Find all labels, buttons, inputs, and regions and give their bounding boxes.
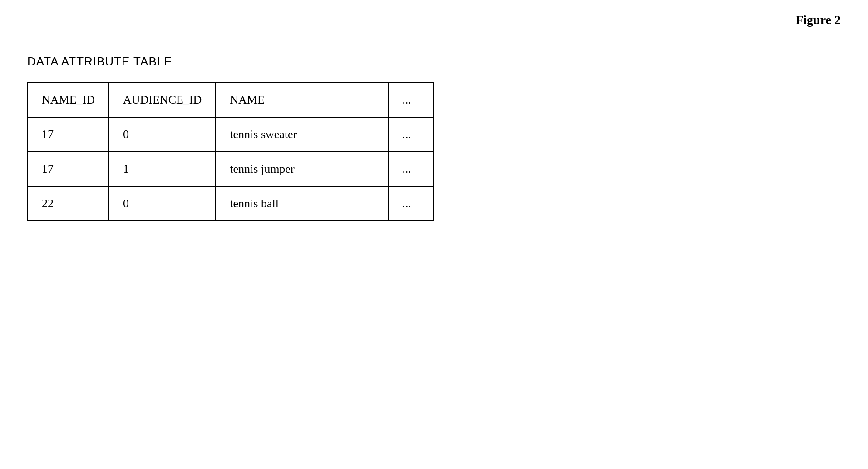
- cell-name-1: tennis jumper: [216, 152, 388, 186]
- cell-audience-id-2: 0: [109, 186, 216, 221]
- cell-name-2: tennis ball: [216, 186, 388, 221]
- table-header-row: NAME_ID AUDIENCE_ID NAME ...: [28, 83, 434, 117]
- table-row: 220tennis ball...: [28, 186, 434, 221]
- cell-name-0: tennis sweater: [216, 117, 388, 152]
- cell-audience-id-1: 1: [109, 152, 216, 186]
- data-attribute-table: NAME_ID AUDIENCE_ID NAME ... 170tennis s…: [27, 82, 434, 221]
- col-header-audience-id: AUDIENCE_ID: [109, 83, 216, 117]
- cell-extra-0: ...: [388, 117, 434, 152]
- cell-name-id-0: 17: [28, 117, 109, 152]
- cell-extra-2: ...: [388, 186, 434, 221]
- col-header-extra: ...: [388, 83, 434, 117]
- figure-label: Figure 2: [795, 13, 841, 27]
- table-title: DATA ATTRIBUTE TABLE: [27, 55, 434, 69]
- main-content: DATA ATTRIBUTE TABLE NAME_ID AUDIENCE_ID…: [27, 55, 434, 221]
- cell-name-id-1: 17: [28, 152, 109, 186]
- table-row: 171tennis jumper...: [28, 152, 434, 186]
- col-header-name: NAME: [216, 83, 388, 117]
- table-row: 170tennis sweater...: [28, 117, 434, 152]
- cell-name-id-2: 22: [28, 186, 109, 221]
- col-header-name-id: NAME_ID: [28, 83, 109, 117]
- cell-extra-1: ...: [388, 152, 434, 186]
- cell-audience-id-0: 0: [109, 117, 216, 152]
